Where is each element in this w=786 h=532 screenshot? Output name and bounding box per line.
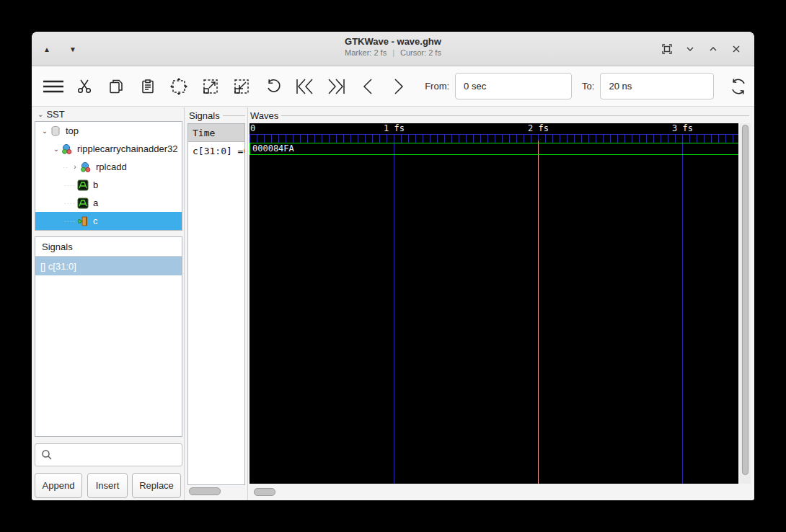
main-area: ⌄ SST ⌄ top ⌄ ripplecarrychainadder32 ··…: [32, 107, 754, 500]
go-end-icon[interactable]: [320, 72, 352, 101]
prev-edge-icon[interactable]: [352, 72, 384, 101]
tree-item-label: rplcadd: [96, 161, 127, 172]
expander-closed-icon[interactable]: ›: [70, 163, 80, 171]
append-button[interactable]: Append: [35, 473, 82, 498]
wave-hscrollbar[interactable]: [254, 488, 275, 496]
signal-bus-icon: [77, 179, 89, 191]
marker-status: Marker: 2 fs: [345, 48, 387, 57]
tree-guide: ····: [64, 200, 76, 207]
timeline-tick-label: 1 fs: [384, 123, 405, 133]
bus-trace-c[interactable]: 000084FA: [250, 143, 738, 155]
timeline-tick-label: 3 fs: [672, 123, 693, 133]
expander-open-icon[interactable]: ⌄: [51, 145, 61, 153]
pane-divider-left[interactable]: [184, 107, 185, 500]
module-icon: [80, 161, 92, 173]
signal-bus-icon: [77, 198, 89, 209]
marker-line[interactable]: [538, 141, 539, 484]
port-out-icon: [77, 216, 89, 227]
gridline-1fs: [394, 134, 394, 484]
tree-item-c[interactable]: ···· c: [35, 212, 182, 230]
paste-icon[interactable]: [132, 72, 164, 101]
gridline-3fs: [682, 134, 683, 484]
tree-item-top[interactable]: ⌄ top: [35, 122, 182, 140]
values-hscrollbar[interactable]: [189, 487, 221, 495]
timeline-ticks: [250, 135, 738, 143]
insert-button[interactable]: Insert: [87, 473, 128, 498]
values-panel: Time c[31:0] =000084FA: [187, 123, 245, 485]
waves-frame-text: Waves: [250, 110, 278, 121]
close-icon[interactable]: [728, 41, 744, 57]
tree-item-label: top: [66, 125, 79, 136]
bus-value: 000084FA: [250, 143, 738, 154]
tree-item-a[interactable]: ···· a: [35, 194, 182, 212]
tree-item-ripplecarrychainadder32[interactable]: ⌄ ripplecarrychainadder32: [35, 140, 182, 158]
copy-icon[interactable]: [100, 72, 132, 101]
tree-guide: ····: [64, 218, 76, 225]
pane-divider-right[interactable]: [247, 107, 248, 500]
module-icon: [61, 143, 74, 155]
zoom-in-icon[interactable]: [195, 72, 226, 101]
reload-icon[interactable]: [723, 72, 754, 101]
values-frame-label: Signals: [189, 110, 245, 121]
cut-icon[interactable]: [69, 72, 101, 101]
signal-value-row[interactable]: c[31:0] =000084FA: [188, 142, 244, 160]
marker-cursor-status: Marker: 2 fs|Cursor: 2 fs: [32, 48, 754, 57]
sst-tree: ⌄ top ⌄ ripplecarrychainadder32 ·· ›: [35, 121, 182, 231]
titlebar: ▲ ▼ GTKWave - wave.ghw Marker: 2 fs|Curs…: [32, 32, 754, 66]
timeline-tick-label: 2 fs: [528, 123, 549, 133]
to-input[interactable]: [600, 73, 714, 99]
shade-icon[interactable]: [705, 41, 721, 57]
sst-signals-list: Signals [] c[31:0]: [35, 236, 182, 437]
from-input[interactable]: [455, 73, 572, 99]
tree-item-label: ripplecarrychainadder32: [77, 143, 177, 154]
window-title: GTKWave - wave.ghw: [32, 36, 754, 47]
search-icon: [41, 449, 53, 461]
tree-item-b[interactable]: ···· b: [35, 176, 182, 194]
status-separator: |: [387, 48, 400, 57]
sst-expander-icon: ⌄: [37, 110, 43, 118]
tree-guide: ····: [64, 182, 76, 189]
sst-label: SST: [46, 109, 64, 120]
fullscreen-icon[interactable]: [659, 41, 675, 57]
tree-item-label: a: [93, 198, 98, 208]
to-label: To:: [582, 81, 594, 92]
waves-frame-label: Waves: [250, 110, 749, 121]
cursor-status: Cursor: 2 fs: [400, 48, 441, 57]
values-frame-text: Signals: [189, 110, 220, 121]
toolbar: From: To:: [32, 66, 754, 107]
go-start-icon[interactable]: [289, 72, 321, 101]
zoom-out-icon[interactable]: [226, 72, 258, 101]
wave-vscrollbar-track[interactable]: [740, 123, 751, 484]
timeline-tick-label: 0: [250, 123, 255, 133]
time-header: Time: [188, 124, 244, 142]
tree-guide: ··: [63, 164, 69, 171]
expander-open-icon[interactable]: ⌄: [40, 127, 50, 135]
hierarchy-top-icon: [50, 125, 62, 137]
undo-icon[interactable]: [257, 72, 289, 101]
tree-item-label: c: [93, 216, 98, 226]
sst-header[interactable]: ⌄ SST: [37, 109, 65, 120]
from-label: From:: [425, 81, 449, 92]
signals-list-header: Signals: [35, 237, 182, 257]
unshade-icon[interactable]: [682, 41, 698, 57]
signals-list-item[interactable]: [] c[31:0]: [35, 257, 182, 275]
zoom-fit-icon[interactable]: [163, 72, 195, 101]
tree-item-label: b: [93, 179, 98, 190]
signal-search-box[interactable]: [35, 443, 182, 466]
tree-item-rplcadd[interactable]: ·· › rplcadd: [35, 158, 182, 176]
menu-icon[interactable]: [37, 72, 69, 101]
wave-canvas[interactable]: 0 1 fs 2 fs 3 fs 000084FA: [250, 123, 738, 484]
replace-button[interactable]: Replace: [132, 473, 181, 498]
gtkwave-window: ▲ ▼ GTKWave - wave.ghw Marker: 2 fs|Curs…: [32, 32, 754, 500]
wave-vscrollbar-thumb[interactable]: [742, 125, 749, 475]
next-edge-icon[interactable]: [384, 72, 415, 101]
